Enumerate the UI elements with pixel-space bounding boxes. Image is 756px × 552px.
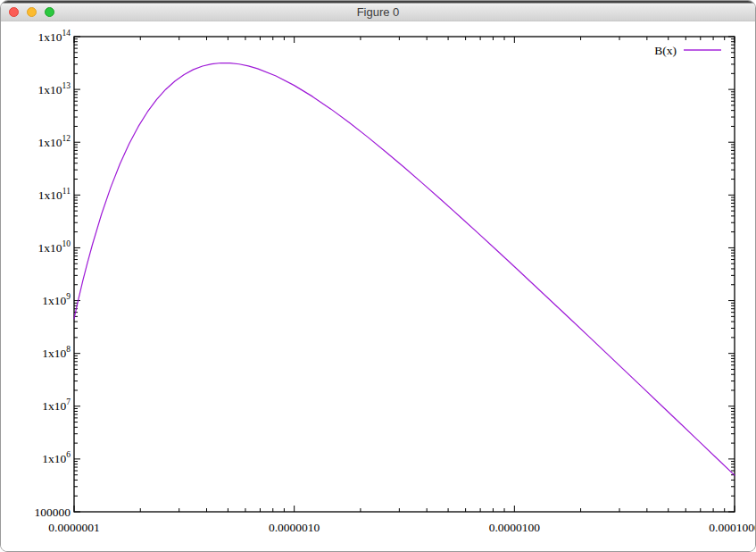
y-axis-tick-label: 100000 [35, 506, 71, 519]
plot-canvas: 1x10141x10131x10121x10111x10101x1091x108… [1, 21, 756, 552]
window-title: Figure 0 [1, 4, 755, 21]
y-axis-tick-label: 1x107 [42, 397, 71, 413]
x-axis-tick-label: 0.0000100 [489, 521, 541, 534]
y-axis-tick-label: 1x1014 [38, 29, 71, 44]
legend-label: B(x) [654, 44, 677, 57]
plot-border [74, 37, 735, 512]
y-axis-tick-label: 1x108 [42, 345, 71, 360]
curve-line [74, 63, 735, 475]
window-titlebar[interactable]: Figure 0 [1, 1, 755, 22]
y-axis-tick-label: 1x1012 [38, 134, 71, 149]
plot-area: 1x10141x10131x10121x10111x10101x1091x108… [1, 21, 755, 551]
axis-ticks [74, 37, 735, 512]
x-axis-tick-label: 0.0001000 [709, 521, 756, 534]
y-axis-tick-label: 1x1013 [38, 81, 71, 96]
y-axis-tick-label: 1x1011 [38, 187, 71, 202]
y-axis-tick-label: 1x106 [42, 450, 71, 465]
y-axis-tick-label: 1x109 [42, 292, 71, 307]
y-axis-tick-label: 1x1010 [38, 239, 71, 255]
x-axis-tick-label: 0.0000001 [48, 521, 99, 534]
app-window: Figure 0 1x10141x10131x10121x10111x10101… [0, 0, 756, 552]
x-axis-tick-label: 0.0000010 [269, 521, 320, 534]
